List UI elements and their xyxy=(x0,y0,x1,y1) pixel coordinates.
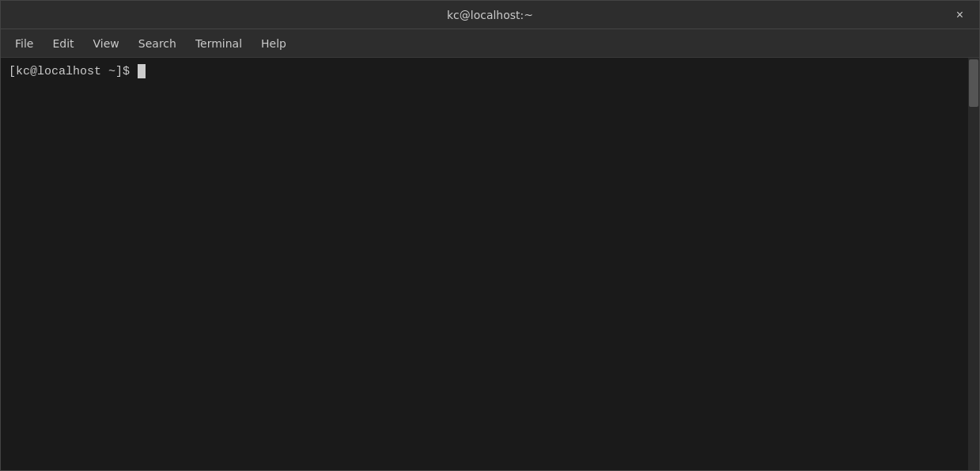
terminal-body: [kc@localhost ~]$ xyxy=(1,58,979,470)
menu-view[interactable]: View xyxy=(85,34,127,53)
menu-bar: File Edit View Search Terminal Help xyxy=(1,29,979,58)
terminal-content[interactable]: [kc@localhost ~]$ xyxy=(1,58,968,470)
prompt-text: [kc@localhost ~]$ xyxy=(9,65,137,78)
menu-terminal[interactable]: Terminal xyxy=(187,34,250,53)
menu-search[interactable]: Search xyxy=(131,34,184,53)
menu-edit[interactable]: Edit xyxy=(44,34,81,53)
scrollbar[interactable] xyxy=(968,58,979,470)
title-bar: kc@localhost:~ × xyxy=(1,1,979,29)
terminal-cursor xyxy=(138,64,146,78)
menu-help[interactable]: Help xyxy=(253,34,294,53)
menu-file[interactable]: File xyxy=(7,34,41,53)
close-button[interactable]: × xyxy=(950,6,970,25)
terminal-window: kc@localhost:~ × File Edit View Search T… xyxy=(0,0,980,471)
scrollbar-thumb[interactable] xyxy=(969,59,978,107)
prompt-line: [kc@localhost ~]$ xyxy=(9,64,960,78)
window-title: kc@localhost:~ xyxy=(447,9,533,21)
